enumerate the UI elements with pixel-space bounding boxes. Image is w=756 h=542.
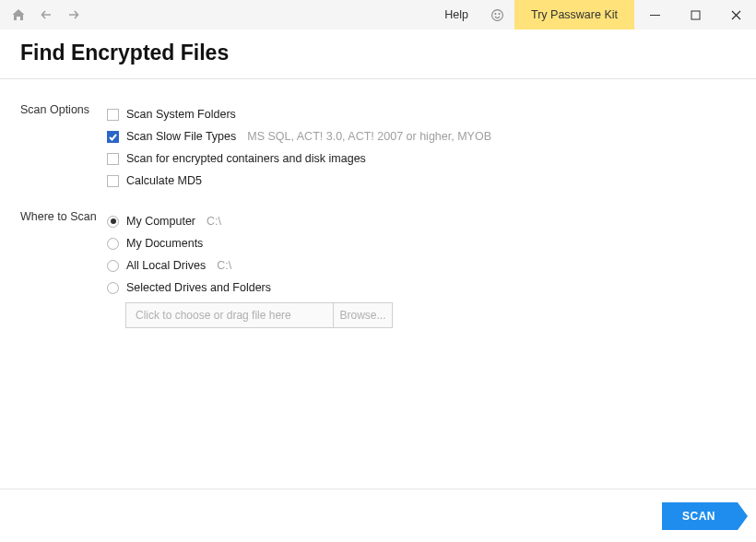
home-icon[interactable] [11,7,26,22]
page-title: Find Encrypted Files [20,41,736,65]
option-hint: MS SQL, ACT! 3.0, ACT! 2007 or higher, M… [247,130,491,143]
option-scan-slow-file-types[interactable]: Scan Slow File Types MS SQL, ACT! 3.0, A… [107,125,736,147]
help-button[interactable]: Help [431,0,481,29]
checkbox-icon[interactable] [107,131,119,143]
forward-icon[interactable] [66,7,81,22]
option-scan-system-folders[interactable]: Scan System Folders [107,103,736,125]
back-icon[interactable] [39,7,53,22]
titlebar: Help Try Passware Kit [0,0,756,29]
scan-options-section: Scan Options Scan System Folders Scan Sl… [20,103,736,192]
path-selector: Browse... [125,302,393,328]
radio-icon[interactable] [107,260,119,272]
titlebar-actions: Help Try Passware Kit [431,0,756,29]
svg-rect-4 [691,11,700,19]
svg-point-1 [495,13,496,14]
maximize-icon[interactable] [675,0,715,29]
checkbox-icon[interactable] [107,153,119,165]
path-input[interactable] [126,303,333,327]
option-label: Selected Drives and Folders [126,281,271,294]
where-to-scan-label: Where to Scan [20,210,107,223]
radio-icon[interactable] [107,282,119,294]
option-label: Scan Slow File Types [126,130,236,143]
option-calculate-md5[interactable]: Calculate MD5 [107,170,736,192]
option-hint: C:\ [207,215,221,228]
radio-icon[interactable] [107,216,119,228]
where-to-scan-list: My Computer C:\ My Documents All Local D… [107,210,736,328]
close-icon[interactable] [715,0,756,29]
option-label: My Documents [126,237,203,250]
checkbox-icon[interactable] [107,175,119,187]
where-to-scan-section: Where to Scan My Computer C:\ My Documen… [20,210,736,328]
content: Scan Options Scan System Folders Scan Sl… [0,79,756,328]
minimize-icon[interactable] [634,0,675,29]
footer: SCAN [0,489,756,542]
option-hint: C:\ [217,259,231,272]
checkbox-icon[interactable] [107,109,119,121]
browse-button[interactable]: Browse... [333,303,392,327]
radio-my-documents[interactable]: My Documents [107,232,736,254]
scan-options-list: Scan System Folders Scan Slow File Types… [107,103,736,192]
try-passware-button[interactable]: Try Passware Kit [514,0,634,29]
option-label: Scan for encrypted containers and disk i… [126,152,366,165]
nav-controls [0,0,81,29]
option-label: Calculate MD5 [126,174,202,187]
radio-my-computer[interactable]: My Computer C:\ [107,210,736,232]
svg-point-2 [500,13,501,14]
radio-icon[interactable] [107,238,119,250]
feedback-icon[interactable] [481,0,514,29]
option-label: All Local Drives [126,259,206,272]
option-label: My Computer [126,215,195,228]
scan-button[interactable]: SCAN [662,502,738,530]
option-scan-encrypted-containers[interactable]: Scan for encrypted containers and disk i… [107,147,736,170]
scan-options-label: Scan Options [20,103,107,116]
option-label: Scan System Folders [126,108,236,121]
radio-all-local-drives[interactable]: All Local Drives C:\ [107,254,736,277]
svg-point-0 [492,9,503,20]
header: Find Encrypted Files [0,29,756,78]
radio-selected-drives[interactable]: Selected Drives and Folders [107,277,736,299]
